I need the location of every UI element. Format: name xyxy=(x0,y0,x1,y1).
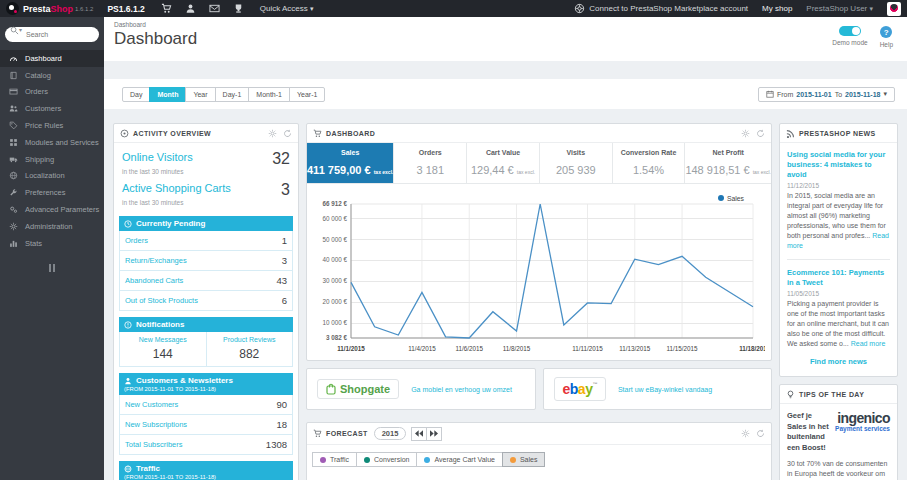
fast-forward-icon[interactable] xyxy=(426,427,442,441)
activity-icon xyxy=(120,129,129,138)
date-range-button[interactable]: From2015-11-01 To2015-11-18 ▾ xyxy=(758,87,895,102)
filter-day-button[interactable]: Day xyxy=(122,87,150,102)
quick-access-menu[interactable]: Quick Access ▾ xyxy=(260,4,314,13)
kpi-tab-orders[interactable]: Orders3 181 xyxy=(394,143,467,183)
refresh-icon[interactable] xyxy=(756,429,765,438)
activity-overview-panel: ACTIVITY OVERVIEW Online Visitors32 in t… xyxy=(113,123,299,480)
sidebar-item-shipping[interactable]: Shipping xyxy=(0,151,104,168)
svg-text:11/4/2015: 11/4/2015 xyxy=(408,345,436,352)
new-subscriptions-link[interactable]: New Subscriptions xyxy=(125,420,187,429)
user-menu[interactable]: PrestaShop User ▾ xyxy=(806,4,873,13)
kpi-tab-net-profit[interactable]: Net Profit148 918,51 € tax excl. xyxy=(685,143,771,183)
sidebar-item-modules[interactable]: Modules and Services xyxy=(0,134,104,151)
legend-sales-button[interactable]: Sales xyxy=(502,452,546,467)
traffic-dot-icon xyxy=(320,457,326,463)
topbar: PrestaShop 1.6.1.2 PS1.6.1.2 Quick Acces… xyxy=(0,0,907,17)
customers-icon[interactable] xyxy=(185,3,196,14)
rewind-icon[interactable] xyxy=(411,427,427,441)
sidebar-item-price-rules[interactable]: Price Rules xyxy=(0,117,104,134)
svg-text:66 912 €: 66 912 € xyxy=(322,200,347,207)
sidebar-item-stats[interactable]: Stats xyxy=(0,235,104,252)
news-article-link[interactable]: Using social media for your business: 4 … xyxy=(787,150,890,179)
ebay-ad-link[interactable]: Start uw eBay-winkel vandaag xyxy=(618,386,712,393)
news-article-link[interactable]: Ecommerce 101: Payments in a Tweet xyxy=(787,268,890,288)
marketplace-connect-link[interactable]: Connect to PrestaShop Marketplace accoun… xyxy=(574,3,748,14)
demo-mode-toggle[interactable]: Demo mode xyxy=(832,26,867,48)
new-messages-cell[interactable]: New Messages144 xyxy=(120,332,207,366)
forecast-panel: FORECAST 2015 Traffic Conversion Average… xyxy=(306,422,772,480)
svg-text:11/8/2015: 11/8/2015 xyxy=(503,345,531,352)
sidebar-item-preferences[interactable]: Preferences xyxy=(0,184,104,201)
prestashop-logo-icon xyxy=(6,2,19,15)
legend-average-cart-value-button[interactable]: Average Cart Value xyxy=(416,452,502,467)
sidebar-item-orders[interactable]: Orders xyxy=(0,84,104,101)
messages-icon[interactable] xyxy=(209,3,220,14)
kpi-tab-visits[interactable]: Visits205 939 xyxy=(540,143,613,183)
forecast-year[interactable]: 2015 xyxy=(374,427,407,440)
kpi-tab-conversion-rate[interactable]: Conversion Rate1.54% xyxy=(613,143,686,183)
pending-orders-link[interactable]: Orders xyxy=(125,236,148,245)
total-subscribers-link[interactable]: Total Subscribers xyxy=(125,440,183,449)
cart-icon[interactable] xyxy=(161,3,172,14)
question-mark-icon[interactable]: ? xyxy=(880,26,892,38)
modules-grid-icon xyxy=(9,138,18,147)
sidebar-item-localization[interactable]: Localization xyxy=(0,168,104,185)
sidebar-item-label: Preferences xyxy=(25,188,65,197)
gear-icon[interactable] xyxy=(268,129,277,138)
refresh-icon[interactable] xyxy=(283,129,292,138)
filter-month-1-button[interactable]: Month-1 xyxy=(248,87,290,102)
filter-month-button[interactable]: Month xyxy=(149,87,186,102)
traffic-header: Traffic (FROM 2015-11-01 TO 2015-11-18) xyxy=(119,461,293,480)
divider xyxy=(787,259,890,260)
table-row: Orders1 xyxy=(120,231,292,251)
refresh-icon[interactable] xyxy=(756,129,765,138)
legend-conversion-button[interactable]: Conversion xyxy=(356,452,417,467)
sidebar-item-dashboard[interactable]: Dashboard xyxy=(0,50,104,67)
shopgate-logo[interactable]: Shopgate xyxy=(317,379,399,399)
sidebar-item-customers[interactable]: Customers xyxy=(0,100,104,117)
sidebar-item-advanced-parameters[interactable]: Advanced Parameters xyxy=(0,201,104,218)
sidebar-item-label: Customers xyxy=(25,104,61,113)
filter-year-1-button[interactable]: Year-1 xyxy=(289,87,325,102)
online-visitors-link[interactable]: Online Visitors xyxy=(122,151,193,163)
sidebar-item-administration[interactable]: Administration xyxy=(0,218,104,235)
kpi-tab-cart-value[interactable]: Cart Value129,44 € tax excl. xyxy=(467,143,540,183)
filter-day-1-button[interactable]: Day-1 xyxy=(215,87,250,102)
cart-icon xyxy=(313,429,322,438)
pending-returns-link[interactable]: Return/Exchanges xyxy=(125,256,187,265)
gear-icon[interactable] xyxy=(741,429,750,438)
help-button[interactable]: ? Help xyxy=(880,26,893,48)
search-icon xyxy=(10,26,19,35)
news-article: Using social media for your business: 4 … xyxy=(787,150,890,251)
svg-text:11/6/2015: 11/6/2015 xyxy=(455,345,483,352)
kpi-tab-sales[interactable]: Sales411 759,00 € tax excl. xyxy=(307,143,394,183)
gear-icon[interactable] xyxy=(741,129,750,138)
active-carts-link[interactable]: Active Shopping Carts xyxy=(122,182,231,194)
new-customers-link[interactable]: New Customers xyxy=(125,400,178,409)
sidebar-item-catalog[interactable]: Catalog xyxy=(0,67,104,84)
trophy-icon[interactable] xyxy=(233,3,244,14)
legend-traffic-button[interactable]: Traffic xyxy=(312,452,357,467)
avatar[interactable] xyxy=(887,2,901,16)
my-shop-link[interactable]: My shop xyxy=(762,4,792,13)
breadcrumb[interactable]: Dashboard xyxy=(114,21,907,28)
shopgate-ad-link[interactable]: Ga mobiel en verhoog uw omzet xyxy=(411,386,512,393)
filter-year-button[interactable]: Year xyxy=(185,87,215,102)
abandoned-carts-link[interactable]: Abandoned Carts xyxy=(125,276,183,285)
kpi-tabs: Sales411 759,00 € tax excl. Orders3 181 … xyxy=(307,143,771,184)
sidebar-item-label: Modules and Services xyxy=(25,138,99,147)
toggle-on-icon[interactable] xyxy=(839,26,861,36)
news-article-excerpt: Picking a payment provider is one of the… xyxy=(787,299,890,349)
cart-icon xyxy=(313,129,322,138)
read-more-link[interactable]: Read more xyxy=(851,340,886,347)
out-of-stock-link[interactable]: Out of Stock Products xyxy=(125,296,198,305)
find-more-news-link[interactable]: Find more news xyxy=(787,357,890,366)
chevron-down-icon[interactable]: ▾ xyxy=(19,26,22,33)
tip-body: 30 tot 70% van de consumenten in Europa … xyxy=(787,459,890,480)
ebay-logo[interactable]: ebay™ xyxy=(554,377,606,401)
shop-name[interactable]: PS1.6.1.2 xyxy=(107,4,144,14)
conversion-dot-icon xyxy=(364,457,370,463)
product-reviews-cell[interactable]: Product Reviews882 xyxy=(207,332,293,366)
svg-text:40 000 €: 40 000 € xyxy=(322,256,347,263)
sidebar-collapse-button[interactable] xyxy=(0,264,104,272)
